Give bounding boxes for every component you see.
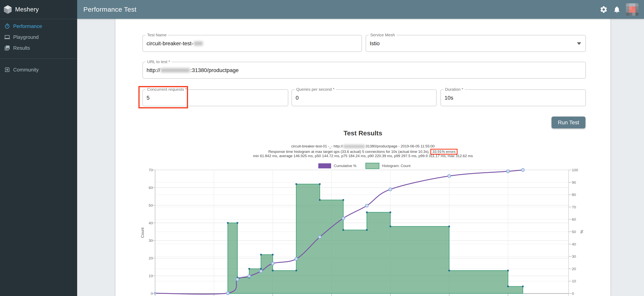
sidebar-item-label: Community bbox=[13, 67, 38, 73]
svg-text:20: 20 bbox=[149, 256, 153, 260]
app-header: Performance Test bbox=[77, 0, 644, 19]
exit-to-app-icon bbox=[4, 67, 10, 73]
duration-input[interactable]: 10s bbox=[441, 90, 586, 106]
svg-text:30: 30 bbox=[572, 254, 576, 258]
service-mesh-value: Istio bbox=[366, 35, 586, 52]
results-title: Test Results bbox=[116, 129, 610, 137]
svg-text:70: 70 bbox=[149, 168, 153, 172]
user-avatar[interactable] bbox=[626, 3, 638, 16]
svg-text:0: 0 bbox=[572, 291, 574, 295]
meshery-logo-icon bbox=[3, 5, 12, 14]
svg-text:60: 60 bbox=[572, 217, 576, 221]
url-field[interactable]: URL to test * http://:31380/productpage bbox=[142, 62, 586, 79]
laptop-icon bbox=[4, 34, 10, 40]
svg-text:90: 90 bbox=[572, 181, 576, 185]
svg-text:20: 20 bbox=[572, 267, 576, 271]
gear-icon bbox=[600, 6, 608, 14]
sidebar-item-performance[interactable]: Performance bbox=[0, 21, 77, 32]
svg-text:10: 10 bbox=[149, 274, 153, 278]
service-mesh-select[interactable]: Service Mesh Istio bbox=[366, 35, 586, 52]
sidebar-item-playground[interactable]: Playground bbox=[0, 32, 77, 43]
redacted-text bbox=[194, 41, 203, 46]
header-actions bbox=[600, 0, 638, 19]
concurrent-requests-input[interactable]: 5 bbox=[143, 90, 288, 106]
results-chart: 0102030405060700102030405060708090100Cou… bbox=[136, 161, 593, 296]
svg-text:40: 40 bbox=[572, 242, 576, 246]
qps-field[interactable]: Queries per second * 0 bbox=[292, 89, 436, 106]
test-name-field[interactable]: Test Name circuit-breaker-test- bbox=[142, 35, 362, 52]
notifications-bell-icon[interactable] bbox=[613, 6, 621, 14]
brand-name: Meshery bbox=[15, 6, 39, 13]
histogram-chart-svg: 0102030405060700102030405060708090100Cou… bbox=[136, 161, 593, 296]
svg-text:50: 50 bbox=[149, 203, 153, 207]
app: Performance Test bbox=[0, 0, 644, 296]
svg-text:100: 100 bbox=[572, 168, 578, 172]
sidebar: Meshery Performance Playground Results bbox=[0, 0, 77, 296]
settings-gear-icon[interactable] bbox=[600, 6, 608, 14]
redacted-text bbox=[343, 145, 365, 148]
svg-text:60: 60 bbox=[149, 186, 153, 190]
svg-text:10: 10 bbox=[572, 279, 576, 283]
brand: Meshery bbox=[0, 0, 77, 19]
sidebar-item-community[interactable]: Community bbox=[0, 64, 77, 75]
sidebar-item-label: Performance bbox=[13, 23, 42, 29]
svg-text:%: % bbox=[580, 230, 584, 233]
svg-text:Count: Count bbox=[140, 227, 144, 238]
url-input[interactable]: http://:31380/productpage bbox=[143, 62, 586, 78]
page-title: Performance Test bbox=[83, 6, 136, 13]
qps-input[interactable]: 0 bbox=[292, 90, 436, 106]
duration-field[interactable]: Duration * 10s bbox=[440, 89, 586, 106]
svg-text:30: 30 bbox=[149, 238, 153, 243]
sidebar-item-label: Playground bbox=[13, 34, 39, 40]
bell-icon bbox=[613, 6, 621, 14]
avatar-mosaic bbox=[626, 3, 638, 16]
results-chart-icon bbox=[4, 45, 10, 51]
stopwatch-icon bbox=[4, 23, 10, 29]
sidebar-item-label: Results bbox=[13, 45, 30, 51]
svg-text:40: 40 bbox=[149, 221, 153, 225]
svg-text:50: 50 bbox=[572, 230, 576, 234]
svg-text:80: 80 bbox=[572, 193, 576, 197]
run-test-button[interactable]: Run Test bbox=[552, 116, 586, 128]
svg-text:70: 70 bbox=[572, 205, 576, 209]
concurrent-requests-field[interactable]: Concurrent requests * 5 bbox=[142, 89, 288, 106]
results-line3: min 61.842 ms, average 146.925 ms, p50 1… bbox=[116, 154, 610, 158]
test-name-input[interactable]: circuit-breaker-test- bbox=[143, 35, 362, 52]
svg-text:0: 0 bbox=[151, 291, 153, 295]
results-line1: circuit-breaker-test-01 -_- http://31380… bbox=[116, 144, 610, 149]
chevron-down-icon bbox=[577, 42, 581, 45]
redacted-text bbox=[161, 68, 190, 72]
sidebar-item-results[interactable]: Results bbox=[0, 43, 77, 53]
